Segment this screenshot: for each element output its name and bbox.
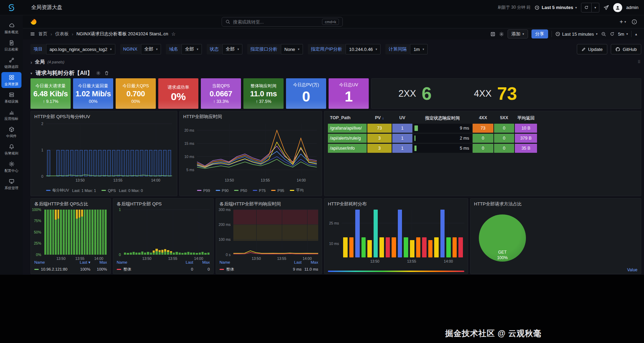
column-header[interactable]: UV — [392, 114, 412, 123]
zoom-out-icon[interactable] — [601, 32, 606, 37]
chevron-down-icon: ▾ — [575, 6, 577, 9]
column-header[interactable]: PV↓ — [367, 114, 392, 123]
legend-name[interactable]: 整体 — [117, 267, 175, 272]
legend-col-header[interactable]: Last — [284, 260, 302, 264]
row-collapse-icon[interactable]: ▾ — [30, 71, 32, 75]
pie-legend-header[interactable]: Value — [627, 267, 637, 272]
column-header[interactable]: 5XX — [494, 114, 514, 123]
heatmap-cell — [410, 240, 414, 257]
cell-path[interactable]: /api/user/info — [328, 144, 367, 153]
drag-handle-icon[interactable]: ⠿ — [637, 60, 641, 64]
row-settings-icon[interactable] — [96, 71, 101, 76]
legend-col-header[interactable]: Name — [220, 260, 284, 264]
legend-item[interactable]: P95 — [271, 188, 284, 193]
update-button[interactable]: Update — [577, 44, 607, 54]
legend-name[interactable]: 10.96.2.121:80 — [34, 267, 72, 271]
stat-value: 1.02 Mib/s — [75, 89, 111, 98]
legend-item[interactable]: P99 — [197, 188, 210, 193]
panel-title[interactable]: HTTP全部耗时分布 — [324, 199, 468, 207]
add-panel-button[interactable]: 添加 ▾ — [508, 29, 528, 38]
global-time-range-picker[interactable]: Last 5 minutes ▾ — [535, 5, 577, 10]
row-title[interactable]: 全局 — [35, 59, 45, 65]
panel-title[interactable]: 各后端HTTP全部平均响应时间 — [216, 199, 322, 207]
panel-title[interactable]: HTTP全部请求方法占比 — [471, 199, 641, 207]
panel-title[interactable]: 各后端HTTP全部 QPS占比 — [31, 199, 110, 207]
legend-item[interactable]: 每分钟UVLast: 1 Max: 1 — [46, 188, 96, 193]
sidebar-item-alert-rules[interactable]: 告警规则 — [1, 141, 21, 157]
cell-path[interactable]: /grafana/api/live/ — [328, 124, 367, 133]
time-range-picker[interactable]: Last 15 minutes ▾ — [555, 32, 598, 37]
dashboard-settings-icon[interactable] — [499, 32, 504, 37]
grafana-logo[interactable] — [30, 18, 37, 26]
panel-title[interactable]: HTTP全部响应时间 — [180, 111, 322, 120]
legend-col-header[interactable]: Max — [302, 260, 318, 264]
github-button[interactable]: GitHub — [611, 44, 641, 54]
refresh-icon[interactable] — [610, 32, 615, 36]
legend-col-header[interactable]: Max — [90, 260, 107, 264]
favorite-star-icon[interactable]: ☆ — [171, 31, 176, 37]
sidebar-item-app-metrics[interactable]: 应用指标 — [1, 107, 21, 123]
filter-select[interactable]: 全部▾ — [222, 44, 243, 54]
pie-chart[interactable]: GET 100% — [479, 214, 526, 262]
sidebar-item-service-overview[interactable]: 服务概览 — [1, 20, 21, 36]
refresh-interval-dropdown[interactable]: ▾ — [592, 3, 599, 12]
share-button[interactable]: 分享 — [531, 29, 548, 38]
legend-item[interactable]: P90 — [216, 188, 229, 193]
save-dashboard-icon[interactable] — [490, 32, 495, 37]
legend-item[interactable]: P50 — [234, 188, 247, 193]
panel-title[interactable]: 各后端HTTP全部 QPS — [113, 199, 213, 207]
sidebar-item-middleware[interactable]: 中间件 — [1, 124, 21, 140]
collapse-topbar-icon[interactable]: ▴ — [635, 32, 637, 36]
breadcrumb-home[interactable]: 首页 — [38, 31, 47, 37]
app-logo[interactable] — [0, 2, 23, 13]
add-new-dropdown[interactable]: + ▾ — [620, 19, 626, 25]
search-box[interactable]: cmd+k — [222, 17, 343, 27]
column-header[interactable]: 平均返回 — [515, 114, 537, 123]
row-title[interactable]: 请求与耗时分析【All】 — [36, 70, 92, 77]
search-input[interactable] — [233, 19, 319, 25]
legend-col-header[interactable]: Last ▾ — [72, 260, 90, 265]
filter-select[interactable]: apo.logs_nginx_access_log2▾ — [46, 44, 115, 54]
breadcrumb-dashboard-title[interactable]: NGINX请求日志分析看板 20241024 StarsL.cn — [77, 31, 168, 37]
sidebar-item-trace[interactable]: 链路追踪 — [1, 55, 21, 71]
breadcrumb-dashboards[interactable]: 仪表板 — [55, 31, 69, 37]
legend-col-header[interactable]: Name — [34, 260, 72, 264]
sidebar-item-log-search[interactable]: 日志检索 — [1, 37, 21, 53]
sidebar-item-infrastructure[interactable]: 基础设施 — [1, 89, 21, 105]
menu-icon[interactable] — [30, 31, 35, 37]
sidebar-item-config-center[interactable]: 配置中心 — [1, 159, 21, 175]
column-header[interactable]: 指定状态响应时间 — [413, 114, 472, 123]
panel-title[interactable]: HTTP全部 QPS与每分钟UV — [31, 111, 177, 120]
filter-select[interactable]: 全部▾ — [181, 44, 202, 54]
status-value: 6 — [422, 83, 432, 104]
row-delete-icon[interactable] — [104, 71, 109, 76]
legend-item[interactable]: QPSLast: 0 Max: 0 — [101, 188, 143, 193]
legend-col-header[interactable]: Name — [117, 260, 175, 264]
legend-col-header[interactable]: Last — [175, 260, 193, 264]
qps-segment-green — [170, 253, 172, 255]
filter-select[interactable]: 全部▾ — [141, 44, 161, 54]
help-icon[interactable] — [632, 19, 637, 25]
column-header[interactable]: 4XX — [473, 114, 493, 123]
y-tick: 15 ms — [184, 142, 194, 146]
variable-filter: 计算间隔1m▾ — [385, 44, 428, 54]
avatar[interactable] — [613, 3, 622, 12]
legend-item[interactable]: P75 — [253, 188, 266, 193]
sidebar-item-system-admin[interactable]: 系统管理 — [1, 176, 21, 192]
sidebar: 服务概览日志检索链路追踪全局资源基础设施应用指标中间件告警规则配置中心系统管理 — [0, 15, 23, 275]
legend-item[interactable]: 平均 — [290, 188, 304, 193]
legend-col-header[interactable]: Max — [193, 260, 210, 264]
refresh-interval-picker[interactable]: 5m ▾ — [618, 32, 628, 37]
send-icon[interactable] — [603, 5, 609, 10]
filter-select[interactable]: 1m▾ — [410, 44, 428, 54]
row-expand-icon[interactable]: › — [30, 59, 32, 65]
sidebar-item-global-resource[interactable]: 全局资源 — [1, 72, 21, 88]
filter-select[interactable]: None▾ — [281, 44, 303, 54]
legend-name[interactable]: 整体 — [220, 267, 284, 272]
global-refresh-button[interactable] — [581, 3, 592, 12]
filter-select[interactable]: 10.244.0.46▾ — [346, 44, 381, 54]
cell-path[interactable]: /api/alerts/rule/g — [328, 134, 367, 143]
x-tick: 13:50 — [370, 259, 379, 263]
ratio-segment-green — [44, 210, 46, 255]
column-header[interactable]: TOP_Path — [328, 114, 367, 123]
